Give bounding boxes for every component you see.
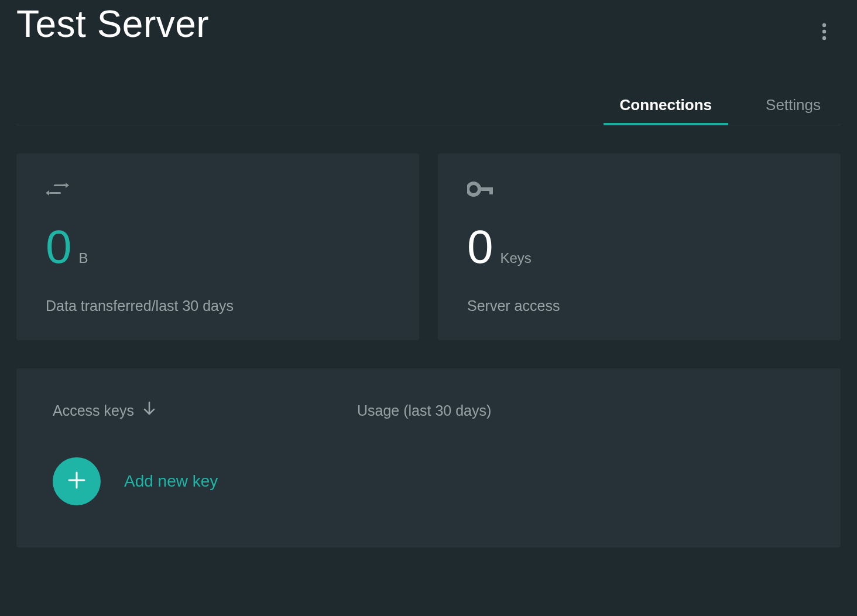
- server-access-subtitle: Server access: [467, 297, 811, 314]
- tab-connections[interactable]: Connections: [614, 88, 718, 125]
- data-transferred-subtitle: Data transferred/last 30 days: [46, 297, 390, 314]
- svg-marker-4: [66, 183, 69, 188]
- arrow-down-icon: [142, 401, 156, 420]
- plus-icon: [67, 470, 87, 492]
- tabs: Connections Settings: [16, 88, 841, 125]
- column-header-access-keys-label: Access keys: [53, 402, 134, 419]
- svg-point-0: [822, 23, 826, 27]
- keys-count-unit: Keys: [501, 250, 532, 266]
- add-new-key-button[interactable]: Add new key: [53, 457, 804, 505]
- data-transferred-unit: B: [79, 250, 88, 266]
- svg-point-7: [468, 183, 479, 195]
- page-title: Test Server: [16, 2, 209, 46]
- keys-count-value: 0: [467, 224, 493, 271]
- transfer-icon: [46, 182, 390, 201]
- svg-rect-9: [489, 187, 493, 194]
- svg-marker-6: [46, 190, 49, 196]
- key-icon: [467, 182, 811, 201]
- card-server-access: 0 Keys Server access: [438, 153, 841, 340]
- tab-settings[interactable]: Settings: [760, 88, 827, 125]
- column-header-usage: Usage (last 30 days): [357, 402, 491, 419]
- more-vertical-icon: [822, 23, 827, 43]
- column-header-access-keys[interactable]: Access keys: [53, 401, 357, 420]
- more-options-button[interactable]: [814, 22, 835, 43]
- svg-point-2: [822, 36, 826, 40]
- svg-rect-5: [49, 192, 61, 194]
- data-transferred-value: 0: [46, 224, 72, 271]
- svg-rect-3: [54, 184, 66, 186]
- add-fab[interactable]: [53, 457, 101, 505]
- add-new-key-label: Add new key: [124, 472, 218, 491]
- access-keys-panel: Access keys Usage (last 30 days): [16, 368, 841, 547]
- svg-point-1: [822, 30, 826, 33]
- card-data-transferred: 0 B Data transferred/last 30 days: [16, 153, 419, 340]
